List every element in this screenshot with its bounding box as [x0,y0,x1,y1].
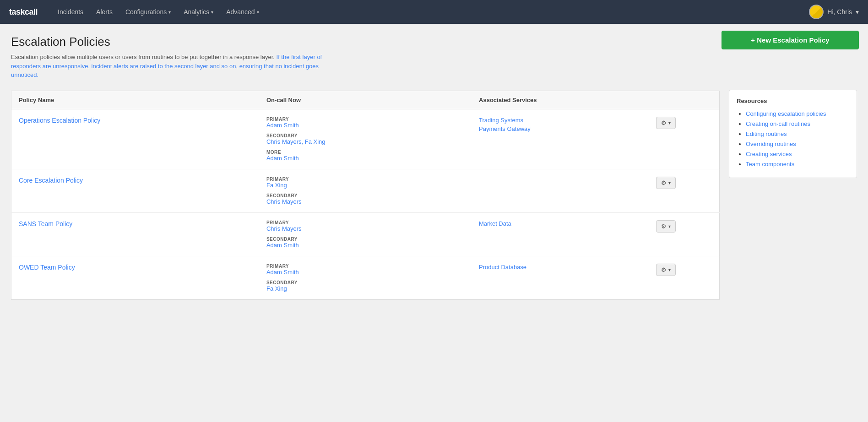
oncall-group: PRIMARYAdam Smith [266,117,464,129]
resources-list: Configuring escalation policiesCreating … [737,110,849,168]
resources-title: Resources [737,97,849,104]
oncall-person[interactable]: Chris Mayers [266,225,464,232]
service-link[interactable]: Product Database [479,264,641,271]
avatar [809,5,824,19]
policy-table: Policy Name On-call Now Associated Servi… [11,91,720,300]
new-escalation-policy-button[interactable]: + New Escalation Policy [722,31,859,49]
service-link[interactable]: Trading Systems [479,117,641,124]
oncall-group: SECONDARYChris Mayers [266,193,464,205]
oncall-label: PRIMARY [266,177,464,182]
gear-icon: ⚙ [661,223,667,230]
service-link[interactable]: Payments Gateway [479,125,641,132]
oncall-group: SECONDARYChris Mayers, Fa Xing [266,133,464,145]
col-oncall: On-call Now [259,91,472,109]
resource-link[interactable]: Editing routines [746,130,787,137]
gear-caret-icon: ▾ [668,267,671,272]
policy-name-cell: Operations Escalation Policy [11,109,259,169]
oncall-group: MOREAdam Smith [266,150,464,162]
oncall-cell: PRIMARYFa XingSECONDARYChris Mayers [259,169,472,212]
resource-link[interactable]: Creating services [746,151,792,157]
oncall-person[interactable]: Fa Xing [266,285,464,292]
resource-item: Creating services [746,150,849,157]
gear-button[interactable]: ⚙▾ [656,117,676,129]
oncall-cell: PRIMARYAdam SmithSECONDARYChris Mayers, … [259,109,472,169]
page-header: Escalation Policies Escalation policies … [11,35,720,80]
actions-cell: ⚙▾ [649,256,720,299]
resource-link[interactable]: Team components [746,161,794,168]
oncall-person[interactable]: Chris Mayers [266,198,464,205]
page-description: Escalation policies allow multiple users… [11,53,322,80]
brand-logo[interactable]: taskcall [9,7,38,17]
gear-caret-icon: ▾ [668,224,671,229]
oncall-group: SECONDARYAdam Smith [266,237,464,249]
oncall-person[interactable]: Adam Smith [266,122,464,129]
resource-item: Team components [746,160,849,168]
oncall-person[interactable]: Adam Smith [266,155,464,162]
oncall-label: MORE [266,150,464,155]
policy-name-link[interactable]: Operations Escalation Policy [19,117,100,124]
nav-configurations[interactable]: Configurations ▾ [120,5,176,18]
configurations-caret-icon: ▾ [168,10,171,15]
actions-cell: ⚙▾ [649,169,720,212]
nav-analytics[interactable]: Analytics ▾ [178,5,219,18]
policy-name-link[interactable]: Core Escalation Policy [19,177,83,184]
resource-item: Editing routines [746,130,849,137]
oncall-label: SECONDARY [266,280,464,285]
oncall-label: SECONDARY [266,133,464,138]
oncall-person[interactable]: Adam Smith [266,269,464,276]
oncall-label: SECONDARY [266,237,464,242]
oncall-group: SECONDARYFa Xing [266,280,464,292]
oncall-person[interactable]: Chris Mayers, Fa Xing [266,138,464,145]
resource-link[interactable]: Creating on-call routines [746,120,810,127]
gear-button[interactable]: ⚙▾ [656,264,676,276]
resource-link[interactable]: Overriding routines [746,141,796,147]
gear-icon: ⚙ [661,119,667,126]
table-row: Core Escalation PolicyPRIMARYFa XingSECO… [11,169,720,212]
gear-caret-icon: ▾ [668,120,671,125]
resource-link[interactable]: Configuring escalation policies [746,110,826,117]
gear-caret-icon: ▾ [668,180,671,185]
oncall-group: PRIMARYChris Mayers [266,220,464,232]
gear-button[interactable]: ⚙▾ [656,177,676,189]
content-area: Escalation Policies Escalation policies … [11,35,720,411]
services-cell: Product Database [472,256,649,299]
nav-alerts[interactable]: Alerts [91,5,118,18]
nav-links: Incidents Alerts Configurations ▾ Analyt… [52,5,809,18]
col-services: Associated Services [472,91,649,109]
policy-name-link[interactable]: OWED Team Policy [19,264,75,271]
navbar: taskcall Incidents Alerts Configurations… [0,0,868,24]
nav-incidents[interactable]: Incidents [52,5,89,18]
oncall-label: SECONDARY [266,193,464,198]
user-caret-icon: ▾ [856,8,859,16]
col-policy-name: Policy Name [11,91,259,109]
user-greeting: Hi, Chris [827,8,852,16]
table-row: OWED Team PolicyPRIMARYAdam SmithSECONDA… [11,256,720,299]
oncall-label: PRIMARY [266,264,464,269]
oncall-cell: PRIMARYChris MayersSECONDARYAdam Smith [259,212,472,256]
resources-card: Resources Configuring escalation policie… [729,90,857,178]
analytics-caret-icon: ▾ [211,10,213,15]
gear-button[interactable]: ⚙▾ [656,220,676,233]
service-link[interactable]: Market Data [479,220,641,227]
policy-name-cell: OWED Team Policy [11,256,259,299]
user-menu[interactable]: Hi, Chris ▾ [809,5,859,19]
resource-item: Creating on-call routines [746,120,849,127]
nav-advanced[interactable]: Advanced ▾ [221,5,264,18]
policy-name-link[interactable]: SANS Team Policy [19,220,72,227]
table-row: Operations Escalation PolicyPRIMARYAdam … [11,109,720,169]
oncall-label: PRIMARY [266,220,464,225]
gear-icon: ⚙ [661,179,667,186]
sidebar: Resources Configuring escalation policie… [729,35,857,411]
advanced-caret-icon: ▾ [257,10,259,15]
policy-name-cell: Core Escalation Policy [11,169,259,212]
oncall-person[interactable]: Adam Smith [266,242,464,249]
resource-item: Configuring escalation policies [746,110,849,117]
policy-name-cell: SANS Team Policy [11,212,259,256]
oncall-person[interactable]: Fa Xing [266,182,464,189]
services-cell: Trading SystemsPayments Gateway [472,109,649,169]
services-cell [472,169,649,212]
oncall-label: PRIMARY [266,117,464,122]
page-desc-start: Escalation policies allow multiple users… [11,54,277,60]
resource-item: Overriding routines [746,140,849,147]
table-row: SANS Team PolicyPRIMARYChris MayersSECON… [11,212,720,256]
